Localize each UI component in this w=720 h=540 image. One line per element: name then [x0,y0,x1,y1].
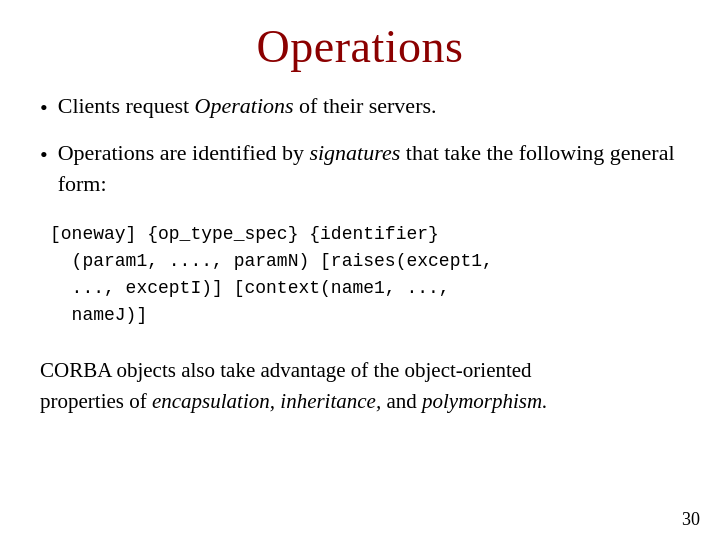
code-line-4: nameJ)] [50,302,680,329]
bullet-item-2: • Operations are identified by signature… [40,138,680,200]
bullet-dot-2: • [40,140,48,171]
page-number: 30 [682,509,700,530]
bullet-text-1: Clients request Operations of their serv… [58,91,680,122]
bullet-item-1: • Clients request Operations of their se… [40,91,680,124]
code-line-3: ..., exceptI)] [context(name1, ..., [50,275,680,302]
corba-text-line1: CORBA objects also take advantage of the… [40,358,532,382]
code-line-2: (param1, ...., paramN) [raises(except1, [50,248,680,275]
code-line-1: [oneway] {op_type_spec} {identifier} [50,221,680,248]
polymorphism-italic: polymorphism. [422,389,547,413]
signatures-italic: signatures [309,140,400,165]
slide-title: Operations [40,20,680,73]
operations-italic-1: Operations [195,93,294,118]
inheritance-italic: inheritance, [280,389,381,413]
slide: Operations • Clients request Operations … [0,0,720,540]
bullet-text-2: Operations are identified by signatures … [58,138,680,200]
code-block: [oneway] {op_type_spec} {identifier} (pa… [40,221,680,329]
corba-paragraph: CORBA objects also take advantage of the… [40,355,680,416]
corba-text-line2: properties of encapsulation, inheritance… [40,389,547,413]
bullet-dot-1: • [40,93,48,124]
encapsulation-italic: encapsulation, [152,389,275,413]
